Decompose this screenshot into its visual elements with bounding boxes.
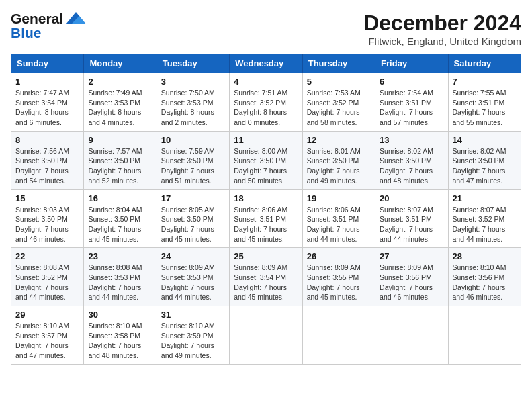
day-info: Sunrise: 8:10 AMSunset: 3:56 PMDaylight:…	[453, 263, 517, 302]
calendar-cell: 8 Sunrise: 7:56 AMSunset: 3:50 PMDayligh…	[11, 131, 84, 189]
calendar-cell: 30 Sunrise: 8:10 AMSunset: 3:58 PMDaylig…	[84, 306, 157, 365]
day-number: 14	[453, 135, 517, 145]
weekday-header: Tuesday	[157, 54, 229, 73]
day-info: Sunrise: 8:03 AMSunset: 3:50 PMDaylight:…	[15, 205, 79, 244]
day-number: 9	[88, 135, 152, 145]
calendar-cell: 5 Sunrise: 7:53 AMSunset: 3:52 PMDayligh…	[302, 73, 375, 132]
weekday-header: Thursday	[302, 54, 375, 73]
calendar-cell	[230, 306, 302, 365]
calendar-cell: 20 Sunrise: 8:07 AMSunset: 3:51 PMDaylig…	[375, 189, 448, 248]
day-info: Sunrise: 8:05 AMSunset: 3:50 PMDaylight:…	[161, 205, 225, 244]
day-info: Sunrise: 8:09 AMSunset: 3:54 PMDaylight:…	[234, 263, 298, 302]
logo: General Blue	[11, 11, 86, 40]
day-number: 31	[161, 310, 225, 320]
calendar-cell: 22 Sunrise: 8:08 AMSunset: 3:52 PMDaylig…	[11, 248, 84, 306]
calendar-cell: 21 Sunrise: 8:07 AMSunset: 3:52 PMDaylig…	[448, 189, 521, 248]
day-number: 28	[453, 251, 517, 261]
day-number: 29	[15, 310, 79, 320]
calendar-header-row: SundayMondayTuesdayWednesdayThursdayFrid…	[11, 54, 521, 73]
day-number: 10	[161, 135, 225, 145]
calendar-cell	[375, 306, 448, 365]
calendar-week-row: 15 Sunrise: 8:03 AMSunset: 3:50 PMDaylig…	[11, 189, 521, 248]
calendar-cell: 14 Sunrise: 8:02 AMSunset: 3:50 PMDaylig…	[448, 131, 521, 189]
day-info: Sunrise: 7:56 AMSunset: 3:50 PMDaylight:…	[15, 146, 79, 186]
day-number: 11	[234, 135, 298, 145]
calendar-cell: 1 Sunrise: 7:47 AMSunset: 3:54 PMDayligh…	[11, 73, 84, 132]
calendar-cell: 25 Sunrise: 8:09 AMSunset: 3:54 PMDaylig…	[230, 248, 302, 306]
day-info: Sunrise: 7:54 AMSunset: 3:51 PMDaylight:…	[380, 88, 443, 128]
day-number: 5	[307, 77, 371, 87]
day-number: 20	[380, 193, 443, 203]
calendar-cell: 29 Sunrise: 8:10 AMSunset: 3:57 PMDaylig…	[11, 306, 84, 365]
day-info: Sunrise: 8:10 AMSunset: 3:59 PMDaylight:…	[161, 321, 225, 361]
day-info: Sunrise: 8:04 AMSunset: 3:50 PMDaylight:…	[88, 205, 152, 244]
calendar-cell: 12 Sunrise: 8:01 AMSunset: 3:50 PMDaylig…	[302, 131, 375, 189]
day-info: Sunrise: 8:07 AMSunset: 3:52 PMDaylight:…	[453, 205, 517, 244]
day-info: Sunrise: 7:51 AMSunset: 3:52 PMDaylight:…	[234, 88, 298, 128]
day-number: 18	[234, 193, 298, 203]
day-number: 30	[88, 310, 152, 320]
day-number: 22	[15, 251, 79, 261]
calendar-week-row: 8 Sunrise: 7:56 AMSunset: 3:50 PMDayligh…	[11, 131, 521, 189]
day-number: 7	[453, 77, 517, 87]
calendar-cell: 16 Sunrise: 8:04 AMSunset: 3:50 PMDaylig…	[84, 189, 157, 248]
day-number: 19	[307, 193, 371, 203]
calendar-cell: 10 Sunrise: 7:59 AMSunset: 3:50 PMDaylig…	[157, 131, 229, 189]
calendar-cell: 6 Sunrise: 7:54 AMSunset: 3:51 PMDayligh…	[375, 73, 448, 132]
weekday-header: Friday	[375, 54, 448, 73]
calendar-cell: 17 Sunrise: 8:05 AMSunset: 3:50 PMDaylig…	[157, 189, 229, 248]
location-title: Flitwick, England, United Kingdom	[363, 36, 521, 47]
day-info: Sunrise: 7:57 AMSunset: 3:50 PMDaylight:…	[88, 146, 152, 186]
day-number: 16	[88, 193, 152, 203]
day-info: Sunrise: 8:09 AMSunset: 3:55 PMDaylight:…	[307, 263, 371, 302]
calendar-cell: 4 Sunrise: 7:51 AMSunset: 3:52 PMDayligh…	[230, 73, 302, 132]
day-number: 15	[15, 193, 79, 203]
weekday-header: Monday	[84, 54, 157, 73]
day-info: Sunrise: 8:08 AMSunset: 3:53 PMDaylight:…	[88, 263, 152, 302]
title-area: December 2024 Flitwick, England, United …	[363, 11, 521, 47]
day-number: 21	[453, 193, 517, 203]
calendar-cell: 3 Sunrise: 7:50 AMSunset: 3:53 PMDayligh…	[157, 73, 229, 132]
calendar-cell: 28 Sunrise: 8:10 AMSunset: 3:56 PMDaylig…	[448, 248, 521, 306]
day-number: 23	[88, 251, 152, 261]
calendar-cell: 23 Sunrise: 8:08 AMSunset: 3:53 PMDaylig…	[84, 248, 157, 306]
day-info: Sunrise: 7:59 AMSunset: 3:50 PMDaylight:…	[161, 146, 225, 186]
day-number: 8	[15, 135, 79, 145]
day-info: Sunrise: 8:09 AMSunset: 3:56 PMDaylight:…	[380, 263, 443, 302]
day-number: 27	[380, 251, 443, 261]
header: General Blue December 2024 Flitwick, Eng…	[11, 11, 521, 47]
day-number: 12	[307, 135, 371, 145]
day-number: 17	[161, 193, 225, 203]
calendar-cell: 9 Sunrise: 7:57 AMSunset: 3:50 PMDayligh…	[84, 131, 157, 189]
day-number: 4	[234, 77, 298, 87]
day-info: Sunrise: 8:00 AMSunset: 3:50 PMDaylight:…	[234, 146, 298, 186]
day-info: Sunrise: 8:08 AMSunset: 3:52 PMDaylight:…	[15, 263, 79, 302]
logo-icon	[66, 11, 86, 26]
calendar-week-row: 29 Sunrise: 8:10 AMSunset: 3:57 PMDaylig…	[11, 306, 521, 365]
calendar-cell: 7 Sunrise: 7:55 AMSunset: 3:51 PMDayligh…	[448, 73, 521, 132]
calendar-cell	[302, 306, 375, 365]
day-number: 24	[161, 251, 225, 261]
weekday-header: Saturday	[448, 54, 521, 73]
day-info: Sunrise: 8:06 AMSunset: 3:51 PMDaylight:…	[307, 205, 371, 244]
calendar-week-row: 22 Sunrise: 8:08 AMSunset: 3:52 PMDaylig…	[11, 248, 521, 306]
weekday-header: Wednesday	[230, 54, 302, 73]
day-number: 3	[161, 77, 225, 87]
day-info: Sunrise: 8:10 AMSunset: 3:58 PMDaylight:…	[88, 321, 152, 361]
day-info: Sunrise: 8:09 AMSunset: 3:53 PMDaylight:…	[161, 263, 225, 302]
day-info: Sunrise: 8:02 AMSunset: 3:50 PMDaylight:…	[453, 146, 517, 186]
calendar-cell: 13 Sunrise: 8:02 AMSunset: 3:50 PMDaylig…	[375, 131, 448, 189]
day-info: Sunrise: 7:47 AMSunset: 3:54 PMDaylight:…	[15, 88, 79, 128]
day-number: 13	[380, 135, 443, 145]
day-info: Sunrise: 8:01 AMSunset: 3:50 PMDaylight:…	[307, 146, 371, 186]
calendar-cell: 2 Sunrise: 7:49 AMSunset: 3:53 PMDayligh…	[84, 73, 157, 132]
day-number: 26	[307, 251, 371, 261]
calendar-cell: 11 Sunrise: 8:00 AMSunset: 3:50 PMDaylig…	[230, 131, 302, 189]
month-title: December 2024	[363, 11, 521, 36]
day-info: Sunrise: 8:07 AMSunset: 3:51 PMDaylight:…	[380, 205, 443, 244]
calendar-cell: 27 Sunrise: 8:09 AMSunset: 3:56 PMDaylig…	[375, 248, 448, 306]
calendar-cell: 31 Sunrise: 8:10 AMSunset: 3:59 PMDaylig…	[157, 306, 229, 365]
calendar-cell: 19 Sunrise: 8:06 AMSunset: 3:51 PMDaylig…	[302, 189, 375, 248]
day-number: 2	[88, 77, 152, 87]
day-number: 25	[234, 251, 298, 261]
